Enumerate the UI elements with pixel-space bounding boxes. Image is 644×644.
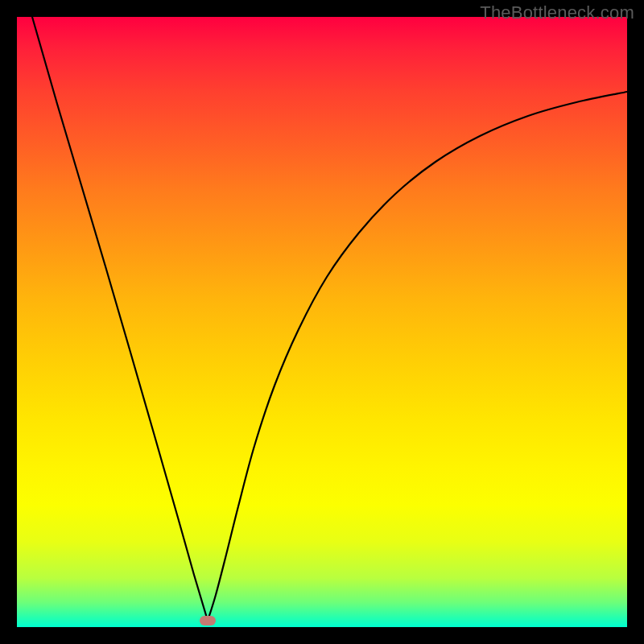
curve-left-branch [32, 17, 208, 621]
bottleneck-curve [17, 17, 627, 627]
curve-right-branch [208, 92, 627, 621]
optimum-marker [200, 616, 216, 625]
watermark-text: TheBottleneck.com [480, 2, 634, 23]
